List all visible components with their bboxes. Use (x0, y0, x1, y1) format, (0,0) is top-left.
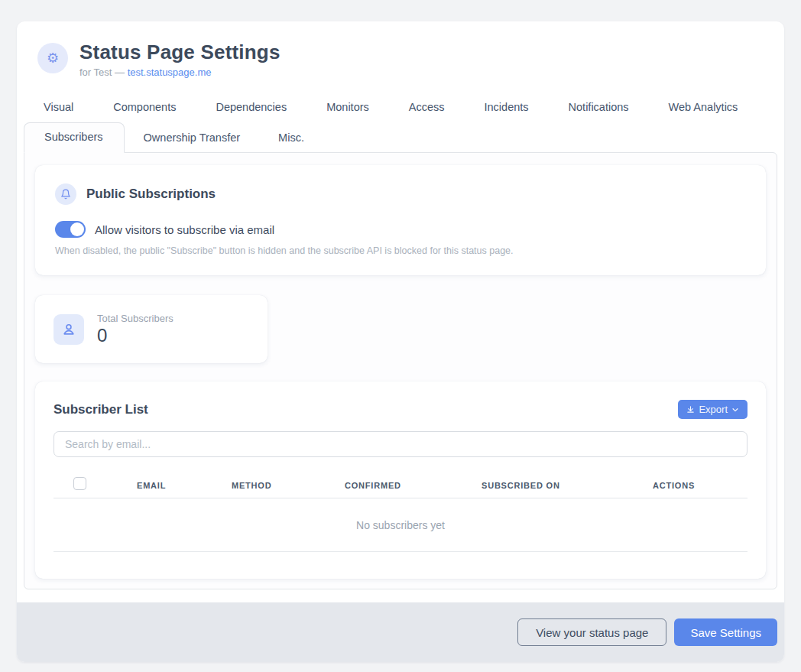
tab-access[interactable]: Access (389, 96, 465, 121)
tab-visual[interactable]: Visual (44, 96, 93, 121)
subscriber-table-header: EMAIL METHOD CONFIRMED SUBSCRIBED ON ACT… (54, 472, 747, 498)
subscribe-helper-text: When disabled, the public "Subscribe" bu… (55, 245, 746, 256)
public-subscriptions-title: Public Subscriptions (86, 187, 216, 202)
tab-dependencies[interactable]: Dependencies (196, 96, 306, 121)
public-subscriptions-card: Public Subscriptions Allow visitors to s… (35, 165, 766, 275)
allow-subscribe-toggle[interactable] (55, 221, 86, 238)
download-icon (686, 405, 695, 414)
tab-components[interactable]: Components (93, 96, 196, 121)
total-subscribers-value: 0 (97, 325, 173, 346)
settings-card: ⚙ Status Page Settings for Test — test.s… (17, 21, 784, 662)
export-button[interactable]: Export (678, 400, 747, 419)
select-all-cell (54, 477, 137, 493)
column-confirmed: CONFIRMED (345, 481, 482, 490)
settings-footer: View your status page Save Settings (17, 602, 784, 662)
subtitle-prefix: for Test — (79, 67, 128, 78)
view-status-page-button[interactable]: View your status page (517, 618, 666, 646)
empty-state-text: No subscribers yet (356, 519, 445, 531)
person-icon (54, 314, 84, 345)
status-page-link[interactable]: test.statuspage.me (128, 67, 212, 78)
select-all-checkbox[interactable] (73, 477, 86, 490)
column-subscribed-on: SUBSCRIBED ON (482, 481, 653, 490)
tabs-row-2: Subscribers Ownership Transfer Misc. (24, 122, 784, 153)
tab-ownership-transfer[interactable]: Ownership Transfer (125, 124, 260, 153)
page-title: Status Page Settings (79, 41, 281, 64)
tab-monitors[interactable]: Monitors (306, 96, 389, 121)
page-header: ⚙ Status Page Settings for Test — test.s… (17, 21, 784, 78)
save-settings-button[interactable]: Save Settings (674, 618, 777, 646)
tab-incidents[interactable]: Incidents (465, 96, 549, 121)
subscriber-list-title: Subscriber List (54, 402, 148, 417)
tab-notifications[interactable]: Notifications (549, 96, 649, 121)
tab-misc[interactable]: Misc. (259, 124, 323, 153)
public-subscriptions-header: Public Subscriptions (55, 183, 746, 205)
subscriber-list-header: Subscriber List Export (54, 400, 747, 419)
total-subscribers-card: Total Subscribers 0 (35, 295, 268, 363)
chevron-down-icon (731, 406, 739, 414)
total-subscribers-text: Total Subscribers 0 (97, 313, 173, 346)
toggle-knob (70, 222, 84, 236)
column-email: EMAIL (137, 481, 232, 490)
tabs-row-1: Visual Components Dependencies Monitors … (44, 96, 784, 121)
subscribe-toggle-row: Allow visitors to subscribe via email (55, 221, 746, 238)
page-subtitle: for Test — test.statuspage.me (79, 67, 281, 78)
gear-icon: ⚙ (37, 43, 68, 73)
page-header-text: Status Page Settings for Test — test.sta… (79, 41, 281, 78)
column-method: METHOD (232, 481, 345, 490)
bell-icon (55, 183, 76, 205)
allow-subscribe-label: Allow visitors to subscribe via email (95, 223, 274, 236)
empty-state-row: No subscribers yet (54, 498, 747, 552)
tab-subscribers[interactable]: Subscribers (24, 122, 125, 153)
search-input[interactable] (54, 431, 747, 457)
subscriber-list-card: Subscriber List Export EMAIL METHOD (35, 381, 766, 579)
export-label: Export (699, 404, 728, 415)
tab-web-analytics[interactable]: Web Analytics (649, 96, 758, 121)
column-actions: ACTIONS (653, 481, 747, 490)
total-subscribers-label: Total Subscribers (97, 313, 173, 324)
subscribers-tab-panel: Public Subscriptions Allow visitors to s… (24, 152, 777, 589)
